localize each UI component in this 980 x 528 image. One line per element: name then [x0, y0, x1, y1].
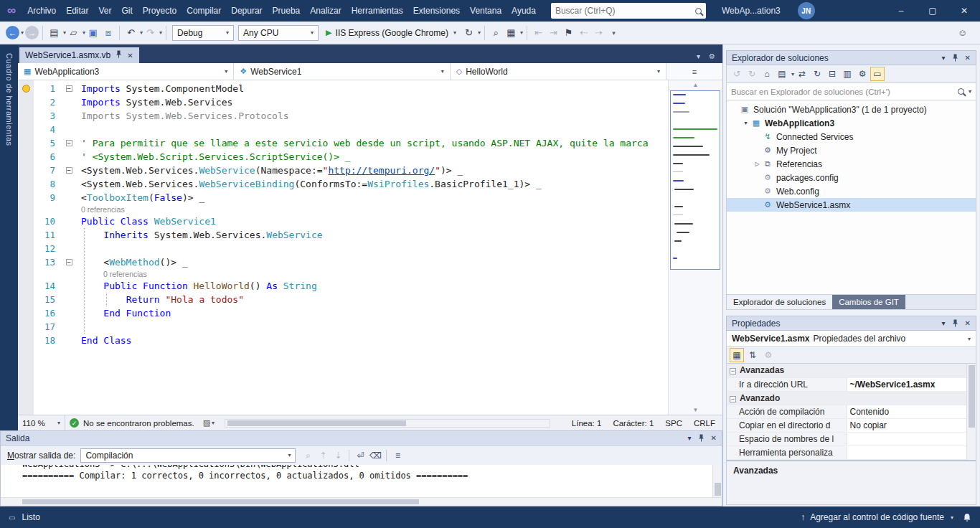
- codelens-references-link[interactable]: 0 referencias: [103, 270, 147, 278]
- category-avanzado[interactable]: −Avanzado: [727, 391, 966, 405]
- fold-collapse-icon[interactable]: −: [66, 259, 72, 265]
- menu-herramientas[interactable]: Herramientas: [347, 6, 408, 16]
- browser-link-refresh-button-caret[interactable]: ▾: [478, 29, 481, 36]
- pin-icon[interactable]: [952, 54, 958, 62]
- window-position-icon[interactable]: ▾: [688, 434, 692, 442]
- user-avatar[interactable]: JN: [798, 2, 815, 19]
- menu-ayuda[interactable]: Ayuda: [507, 6, 541, 16]
- minimize-button[interactable]: –: [885, 0, 917, 22]
- expander-closed-icon[interactable]: ▷: [753, 161, 762, 167]
- chevron-down-icon[interactable]: ▾: [212, 420, 215, 426]
- property-value[interactable]: [847, 446, 966, 459]
- scroll-down-icon[interactable]: ▼: [693, 407, 699, 413]
- redo-button-caret[interactable]: ▾: [159, 29, 162, 36]
- goto-next-message-button[interactable]: ⇣: [331, 448, 345, 463]
- close-button[interactable]: ✕: [948, 0, 980, 22]
- property-row-herramienta-personaliza[interactable]: Herramienta personaliza: [727, 446, 966, 459]
- sync-with-active-document-button[interactable]: ⇄: [795, 67, 809, 81]
- scrollbar-thumb[interactable]: [227, 420, 405, 426]
- collapse-category-icon[interactable]: −: [730, 368, 736, 374]
- zoom-select[interactable]: 110 % ▾: [18, 415, 65, 430]
- home-button[interactable]: ⌂: [760, 67, 774, 81]
- window-position-icon[interactable]: ▾: [942, 54, 946, 62]
- minimap[interactable]: [670, 90, 720, 270]
- output-vertical-scrollbar[interactable]: [712, 465, 722, 497]
- decrease-indent-button[interactable]: ⇤: [531, 24, 546, 42]
- scrollbar-thumb[interactable]: [969, 365, 975, 428]
- toggle-bookmark-button[interactable]: ⚑: [561, 24, 576, 42]
- solution-explorer-search-box[interactable]: ▾: [726, 83, 976, 100]
- lightbulb-icon[interactable]: [22, 85, 30, 93]
- search-icon[interactable]: [695, 8, 702, 14]
- attach-to-process-button[interactable]: ▦: [504, 24, 519, 42]
- output-source-select[interactable]: Compilación ▾: [80, 448, 296, 463]
- back-button[interactable]: ↺: [730, 67, 744, 81]
- notifications-bell-icon[interactable]: [963, 513, 971, 522]
- tree-item-web-config[interactable]: ⚙Web.config: [727, 184, 976, 198]
- add-to-source-control-button[interactable]: Agregar al control de código fuente: [810, 512, 944, 522]
- goto-previous-message-button[interactable]: ⇡: [316, 448, 330, 463]
- previous-bookmark-button[interactable]: ⇠: [576, 24, 591, 42]
- fold-collapse-icon[interactable]: −: [66, 140, 72, 146]
- editor-horizontal-scrollbar[interactable]: [225, 419, 550, 428]
- solution-explorer-search-input[interactable]: [731, 88, 955, 96]
- menu-git[interactable]: Git: [117, 6, 138, 16]
- refresh-button[interactable]: ↻: [810, 67, 824, 81]
- redo-button[interactable]: ↷: [143, 24, 158, 42]
- preview-selected-items-button[interactable]: ▭: [870, 67, 885, 81]
- close-icon[interactable]: ✕: [965, 54, 971, 62]
- new-project-button[interactable]: ▤: [47, 24, 62, 42]
- save-all-button[interactable]: ⧈: [100, 24, 116, 42]
- property-value[interactable]: Contenido: [847, 405, 966, 418]
- minimap-scrollbar[interactable]: ▲ ▼: [668, 80, 722, 415]
- clear-all-button[interactable]: ⌫: [368, 448, 382, 463]
- find-message-button[interactable]: ⌕: [301, 448, 315, 463]
- start-debugging-button[interactable]: ▶IIS Express (Google Chrome)▾: [321, 24, 461, 42]
- output-panel-header[interactable]: Salida ▾ ✕: [0, 430, 722, 446]
- pin-tab-icon[interactable]: [116, 50, 122, 60]
- menu-compilar[interactable]: Compilar: [182, 6, 226, 16]
- health-message[interactable]: No se encontraron problemas.: [83, 419, 194, 428]
- properties-scrollbar[interactable]: [966, 364, 976, 460]
- tree-item-packages-config[interactable]: ⚙packages.config: [727, 171, 976, 184]
- category-cell[interactable]: −Avanzadas: [727, 364, 966, 377]
- menu-depurar[interactable]: Depurar: [226, 6, 267, 16]
- solution-explorer-header[interactable]: Explorador de soluciones ▾ ✕: [726, 50, 976, 65]
- menu-proyecto[interactable]: Proyecto: [138, 6, 182, 16]
- menu-ver[interactable]: Ver: [94, 6, 117, 16]
- property-pages-button[interactable]: ⚙: [761, 348, 776, 362]
- property-value[interactable]: [847, 432, 966, 446]
- menu-archivo[interactable]: Archivo: [22, 6, 61, 16]
- collapse-all-button[interactable]: ⊟: [825, 67, 839, 81]
- solution-platforms-combo[interactable]: Any CPU▾: [238, 25, 319, 41]
- scroll-up-icon[interactable]: ▲: [693, 82, 699, 88]
- scrollbar-thumb[interactable]: [22, 499, 419, 504]
- open-file-button[interactable]: ▱: [66, 24, 81, 42]
- health-check-icon[interactable]: ✓: [70, 418, 79, 428]
- properties-grid[interactable]: −AvanzadasIr a dirección URL~/WebService…: [726, 364, 976, 461]
- toggle-autoscroll-button[interactable]: ≡: [390, 448, 405, 463]
- maximize-button[interactable]: ▢: [917, 0, 948, 22]
- scrollbar-thumb[interactable]: [715, 483, 721, 496]
- menu-ventana[interactable]: Ventana: [465, 6, 507, 16]
- find-in-files-button[interactable]: ⌕: [489, 24, 504, 42]
- panel-tab-explorador-de-soluciones[interactable]: Explorador de soluciones: [727, 295, 832, 309]
- undo-button[interactable]: ↶: [123, 24, 138, 42]
- property-row-copiar-en-el-directorio-d[interactable]: Copiar en el directorio dNo copiar: [727, 418, 966, 432]
- category-cell[interactable]: −Avanzado: [727, 391, 966, 405]
- attach-to-process-button-caret[interactable]: ▾: [520, 29, 523, 36]
- switch-views-button-caret[interactable]: ▾: [791, 71, 794, 77]
- close-icon[interactable]: ✕: [711, 434, 717, 442]
- solution-tree[interactable]: ▣Solución "WebApplication3" (1 de 1 proy…: [726, 100, 976, 295]
- send-feedback-button[interactable]: ☺: [955, 24, 970, 42]
- panel-tab-cambios-de-git[interactable]: Cambios de GIT: [832, 295, 905, 309]
- forward-button[interactable]: ↻: [745, 67, 759, 81]
- tab-options-gear-icon[interactable]: ⚙: [709, 52, 715, 60]
- word-wrap-button[interactable]: ⏎: [353, 448, 367, 463]
- browser-link-refresh-button[interactable]: ↻: [461, 24, 476, 42]
- toolbox-side-tab[interactable]: Cuadro de herramientas: [0, 44, 18, 430]
- code-editor[interactable]: 1−Imports System.ComponentModel2Imports …: [18, 80, 722, 415]
- property-row-espacio-de-nombres-de-l[interactable]: Espacio de nombres de l: [727, 432, 966, 446]
- menu-prueba[interactable]: Prueba: [268, 6, 306, 16]
- navigate-backward-button-caret[interactable]: ▾: [21, 29, 24, 36]
